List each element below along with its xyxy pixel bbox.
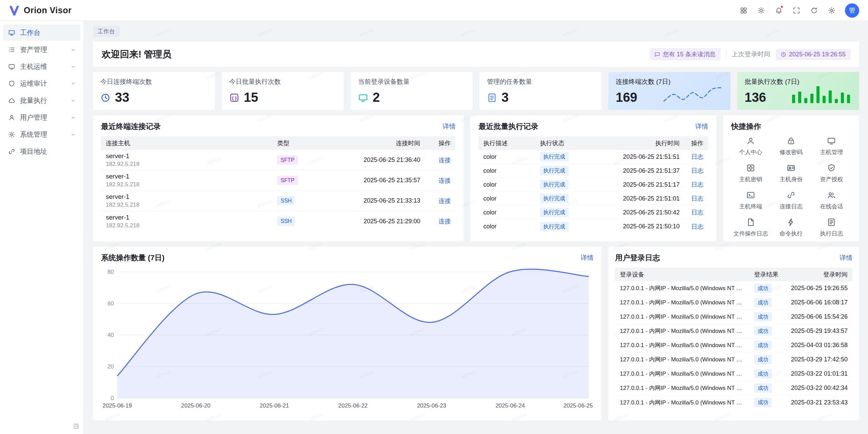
batch-records-detail-link[interactable]: 详情 xyxy=(695,122,708,131)
sidebar-item-assets[interactable]: 资产管理 xyxy=(3,41,80,58)
terminal-icon xyxy=(746,191,755,200)
notification-dot xyxy=(780,5,784,8)
host-name: server-1 xyxy=(106,214,268,221)
quick-action-connection-logs[interactable]: 连接日志 xyxy=(772,191,811,210)
quick-action-command-execution[interactable]: 命令执行 xyxy=(772,218,811,238)
stat-card-terminal-7d: 连接终端次数 (7日)169 xyxy=(608,72,730,110)
host-ip: 182.92.5.218 xyxy=(106,222,268,229)
sidebar-collapse-button[interactable] xyxy=(72,422,80,430)
quick-action-label: 资产授权 xyxy=(820,175,843,183)
quick-action-host-keys[interactable]: 主机密钥 xyxy=(731,164,770,183)
asset-icon xyxy=(8,46,15,53)
quick-action-label: 在线会话 xyxy=(820,203,843,210)
terminal-records-panel: 最近终端连接记录 详情 连接主机类型连接时间操作server-1182.92.5… xyxy=(93,115,463,241)
batch-record-row: color执行完成2025-06-25 21:51:17日志 xyxy=(478,178,708,192)
quick-action-online-sessions[interactable]: 在线会话 xyxy=(812,191,851,210)
connect-link[interactable]: 连接 xyxy=(438,157,451,164)
log-link[interactable]: 日志 xyxy=(691,223,704,230)
quick-action-host-identity[interactable]: 主机身份 xyxy=(772,164,811,183)
stat-card-today-terminal: 今日连接终端次数33 xyxy=(93,72,215,110)
login-device: 127.0.0.1 - 内网IP - Mozilla/5.0 (Windows … xyxy=(615,313,749,321)
log-link[interactable]: 日志 xyxy=(691,195,704,202)
fullscreen-icon xyxy=(793,7,800,14)
svg-text:80: 80 xyxy=(107,269,114,275)
chevron-down-icon xyxy=(71,98,76,103)
exec-description: color xyxy=(478,223,535,230)
batch-records-title: 最近批量执行记录 xyxy=(478,121,538,132)
log-link[interactable]: 日志 xyxy=(691,153,704,160)
sidebar-item-batch-exec[interactable]: 批量执行 xyxy=(3,92,80,109)
log-link[interactable]: 日志 xyxy=(691,181,704,188)
sidebar-item-host-ops[interactable]: 主机运维 xyxy=(3,58,80,75)
host-ip: 182.92.5.218 xyxy=(106,161,268,168)
settings-button[interactable] xyxy=(825,3,839,18)
terminal-records-table: 连接主机类型连接时间操作server-1182.92.5.218SFTP2025… xyxy=(101,136,455,231)
exec-description: color xyxy=(478,209,535,216)
app-logo[interactable]: Orion Visor xyxy=(9,5,72,16)
login-log-row: 127.0.0.1 - 内网IP - Mozilla/5.0 (Windows … xyxy=(615,338,852,353)
login-time: 2025-06-25 19:26:55 xyxy=(783,285,852,292)
last-login-time-badge: 2025-06-25 19:26:55 xyxy=(776,49,850,60)
last-login-time: 2025-06-25 19:26:55 xyxy=(789,51,846,58)
app-root: Orion Visor 管 工作台资产管理主机运维运维审计批量执行用户管理系统管… xyxy=(0,0,868,434)
welcome-title: 欢迎回来! 管理员 xyxy=(102,48,172,60)
message-icon xyxy=(654,52,660,57)
login-logs-detail-link[interactable]: 详情 xyxy=(840,253,852,262)
sidebar-item-workbench[interactable]: 工作台 xyxy=(3,24,80,41)
divider xyxy=(726,51,726,58)
exec-status-tag: 执行完成 xyxy=(540,152,569,162)
lock-icon xyxy=(787,136,795,145)
refresh-button[interactable] xyxy=(807,3,821,18)
safe-icon xyxy=(746,164,755,172)
connect-time: 2025-06-25 21:33:13 xyxy=(323,197,425,204)
workbench-icon xyxy=(8,29,15,36)
sidebar-item-project-url[interactable]: 项目地址 xyxy=(3,143,80,159)
quick-action-personal-center[interactable]: 个人中心 xyxy=(731,136,770,156)
quick-action-execution-logs[interactable]: 执行日志 xyxy=(812,218,851,238)
user-avatar[interactable]: 管 xyxy=(845,3,859,18)
quick-action-file-operation-logs[interactable]: 文件操作日志 xyxy=(731,218,770,238)
bolt-icon xyxy=(787,218,795,227)
login-time: 2025-03-22 00:42:34 xyxy=(783,384,852,392)
stats-row: 今日连接终端次数33今日批量执行次数{ }15当前登录设备数量2管理的任务数量3… xyxy=(93,72,859,110)
fullscreen-button[interactable] xyxy=(789,3,804,18)
login-device: 127.0.0.1 - 内网IP - Mozilla/5.0 (Windows … xyxy=(615,327,749,335)
connect-link[interactable]: 连接 xyxy=(438,177,451,184)
notifications-button[interactable] xyxy=(772,3,786,18)
login-time: 2025-03-22 01:01:31 xyxy=(783,370,852,377)
sidebar-item-system-mgmt[interactable]: 系统管理 xyxy=(3,126,80,143)
system-ops-area-chart: 0204060802025-06-192025-06-202025-06-212… xyxy=(101,268,593,410)
stat-card-managed-tasks: 管理的任务数量3 xyxy=(479,72,601,110)
sidebar-item-user-mgmt[interactable]: 用户管理 xyxy=(3,109,80,126)
shield-check-icon xyxy=(827,164,836,172)
breadcrumb-item-workbench[interactable]: 工作台 xyxy=(93,26,120,37)
quick-action-asset-authorization[interactable]: 资产授权 xyxy=(812,164,851,183)
quick-action-host-management[interactable]: 主机管理 xyxy=(812,136,851,156)
login-time: 2025-05-29 19:43:57 xyxy=(783,327,852,335)
system-ops-detail-link[interactable]: 详情 xyxy=(580,253,593,262)
chevron-down-icon xyxy=(71,47,76,52)
connect-link[interactable]: 连接 xyxy=(438,197,451,204)
chevron-down-icon xyxy=(71,64,76,69)
connect-link[interactable]: 连接 xyxy=(438,218,451,225)
theme-button[interactable] xyxy=(754,3,768,18)
welcome-banner: 欢迎回来! 管理员 您有 15 条未读消息 上次登录时间 2025-06-25 … xyxy=(93,42,859,67)
quick-action-host-terminal[interactable]: 主机终端 xyxy=(731,191,770,210)
terminal-record-row: server-1182.92.5.218SFTP2025-06-25 21:35… xyxy=(101,170,455,191)
quick-action-label: 个人中心 xyxy=(739,148,762,156)
host-ip: 182.92.5.218 xyxy=(106,202,268,208)
sidebar-item-ops-audit[interactable]: 运维审计 xyxy=(3,75,80,92)
stat-value: 2 xyxy=(373,90,380,105)
svg-text:2025-06-21: 2025-06-21 xyxy=(260,402,289,409)
connect-time: 2025-06-25 21:29:00 xyxy=(323,218,425,225)
unread-messages-badge[interactable]: 您有 15 条未读消息 xyxy=(650,48,721,60)
sidebar-item-label: 系统管理 xyxy=(20,130,66,139)
chevron-down-icon xyxy=(71,81,76,86)
terminal-records-detail-link[interactable]: 详情 xyxy=(442,122,455,131)
screen-icon xyxy=(827,136,836,145)
log-link[interactable]: 日志 xyxy=(691,167,704,174)
quick-action-label: 主机终端 xyxy=(739,203,762,210)
log-link[interactable]: 日志 xyxy=(691,209,704,216)
quick-action-change-password[interactable]: 修改密码 xyxy=(772,136,811,156)
apps-button[interactable] xyxy=(736,3,751,18)
